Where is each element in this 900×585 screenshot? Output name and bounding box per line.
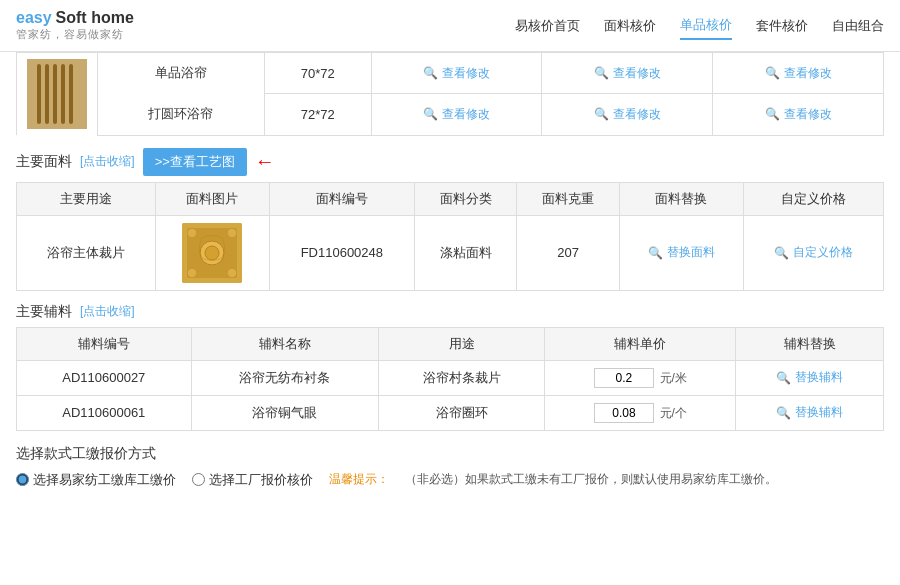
main-fabric-header: 主要面料 [点击收缩] >>查看工艺图 ←	[16, 148, 884, 176]
view-edit-link-2a[interactable]: 🔍 查看修改	[382, 106, 532, 123]
col-fabric-code: 面料编号	[269, 182, 414, 215]
aux-name-1: 浴帘无纺布衬条	[191, 360, 379, 395]
aux-fabric-title: 主要辅料	[16, 303, 72, 321]
aux-col-price: 辅料单价	[545, 327, 736, 360]
nav-suite-price[interactable]: 套件核价	[756, 13, 808, 39]
aux-col-name: 辅料名称	[191, 327, 379, 360]
aux-name-2: 浴帘铜气眼	[191, 395, 379, 430]
spec-row2-action1[interactable]: 🔍 查看修改	[371, 94, 542, 135]
spec-row2-action3[interactable]: 🔍 查看修改	[713, 94, 884, 135]
header: easy Soft home 管家纺，容易做家纺 易核价首页 面料核价 单品核价…	[0, 0, 900, 52]
col-fabric-replace: 面料替换	[619, 182, 743, 215]
main-fabric-collapse[interactable]: [点击收缩]	[80, 153, 135, 170]
main-fabric-table: 主要用途 面料图片 面料编号 面料分类 面料克重 面料替换 自定义价格 浴帘主体…	[16, 182, 884, 291]
aux-code-1: AD110600027	[17, 360, 192, 395]
main-nav: 易核价首页 面料核价 单品核价 套件核价 自由组合	[515, 12, 884, 40]
spec-row1-action1[interactable]: 🔍 查看修改	[371, 53, 542, 94]
warning-label: 温馨提示：	[329, 471, 389, 488]
nav-free-combo[interactable]: 自由组合	[832, 13, 884, 39]
pricing-option-1[interactable]: 选择易家纺工缴库工缴价	[16, 471, 176, 489]
fabric-weight: 207	[517, 215, 620, 290]
aux-price-2[interactable]: 元/个	[545, 395, 736, 430]
product-image	[27, 59, 87, 129]
search-icon-2a: 🔍	[423, 107, 438, 121]
craft-diagram-button[interactable]: >>查看工艺图	[143, 148, 247, 176]
pricing-option1-label: 选择易家纺工缴库工缴价	[33, 471, 176, 489]
aux-price-input-1[interactable]	[594, 368, 654, 388]
svg-rect-5	[69, 64, 73, 124]
fabric-replace-link[interactable]: 🔍 替换面料	[630, 244, 733, 261]
aux-col-usage: 用途	[379, 327, 545, 360]
aux-replace-link-1[interactable]: 🔍 替换辅料	[746, 369, 873, 386]
nav-fabric-price[interactable]: 面料核价	[604, 13, 656, 39]
red-arrow-icon: ←	[255, 150, 275, 173]
product-table: 单品浴帘 70*72 🔍 查看修改 🔍 查看修改	[16, 52, 884, 136]
svg-point-12	[188, 269, 196, 277]
col-fabric-weight: 面料克重	[517, 182, 620, 215]
spec-row1-category: 单品浴帘	[98, 53, 265, 94]
col-fabric-img: 面料图片	[156, 182, 270, 215]
aux-replace-link-2[interactable]: 🔍 替换辅料	[746, 404, 873, 421]
view-edit-link-1a[interactable]: 🔍 查看修改	[382, 65, 532, 82]
product-name-cell: 打圆环浴帘	[98, 94, 265, 135]
logo-easy: easy	[16, 9, 52, 27]
view-edit-link-1b[interactable]: 🔍 查看修改	[552, 65, 702, 82]
search-icon-2c: 🔍	[765, 107, 780, 121]
aux-price-input-2[interactable]	[594, 403, 654, 423]
view-edit-link-2b[interactable]: 🔍 查看修改	[552, 106, 702, 123]
spec-row1-action2[interactable]: 🔍 查看修改	[542, 53, 713, 94]
svg-rect-1	[37, 64, 41, 124]
logo-sub: 管家纺，容易做家纺	[16, 27, 134, 42]
view-edit-link-1c[interactable]: 🔍 查看修改	[723, 65, 873, 82]
spec-row1-action3[interactable]: 🔍 查看修改	[713, 53, 884, 94]
aux-unit-1: 元/米	[660, 370, 687, 387]
replace-search-icon: 🔍	[648, 246, 663, 260]
search-icon-1b: 🔍	[594, 66, 609, 80]
aux-fabric-row-2: AD110600061 浴帘铜气眼 浴帘圈环 元/个 🔍 替换辅料	[17, 395, 884, 430]
aux-price-1[interactable]: 元/米	[545, 360, 736, 395]
spec-row2-action2[interactable]: 🔍 查看修改	[542, 94, 713, 135]
pricing-radio-2[interactable]	[192, 473, 205, 486]
fabric-image-cell	[156, 215, 270, 290]
spec-row2-size: 72*72	[264, 94, 371, 135]
custom-price-link[interactable]: 🔍 自定义价格	[754, 244, 873, 261]
view-edit-link-2c[interactable]: 🔍 查看修改	[723, 106, 873, 123]
nav-single-price[interactable]: 单品核价	[680, 12, 732, 40]
aux-replace-2[interactable]: 🔍 替换辅料	[736, 395, 884, 430]
product-name: 打圆环浴帘	[148, 106, 213, 121]
svg-rect-2	[45, 64, 49, 124]
svg-rect-4	[61, 64, 65, 124]
pricing-option2-label: 选择工厂报价核价	[209, 471, 313, 489]
main-fabric-title: 主要面料	[16, 153, 72, 171]
aux-replace-1[interactable]: 🔍 替换辅料	[736, 360, 884, 395]
aux-code-2: AD110600061	[17, 395, 192, 430]
aux-replace-icon-1: 🔍	[776, 371, 791, 385]
fabric-code: FD110600248	[269, 215, 414, 290]
aux-unit-2: 元/个	[660, 405, 687, 422]
pricing-option-2[interactable]: 选择工厂报价核价	[192, 471, 313, 489]
aux-fabric-header: 主要辅料 [点击收缩]	[16, 303, 884, 321]
svg-point-13	[228, 269, 236, 277]
aux-replace-icon-2: 🔍	[776, 406, 791, 420]
pricing-title: 选择款式工缴报价方式	[16, 445, 884, 463]
search-icon-1a: 🔍	[423, 66, 438, 80]
category-label: 单品浴帘	[155, 65, 207, 80]
aux-fabric-collapse[interactable]: [点击收缩]	[80, 303, 135, 320]
aux-fabric-table: 辅料编号 辅料名称 用途 辅料单价 辅料替换 AD110600027 浴帘无纺布…	[16, 327, 884, 431]
fabric-replace-cell[interactable]: 🔍 替换面料	[619, 215, 743, 290]
warning-hint: （非必选）如果款式工缴未有工厂报价，则默认使用易家纺库工缴价。	[405, 471, 777, 488]
craft-btn-label: >>查看工艺图	[155, 153, 235, 171]
aux-col-code: 辅料编号	[17, 327, 192, 360]
main-fabric-row: 浴帘主体裁片	[17, 215, 884, 290]
fabric-usage: 浴帘主体裁片	[17, 215, 156, 290]
fabric-image	[182, 223, 242, 283]
col-fabric-category: 面料分类	[414, 182, 517, 215]
pricing-options: 选择易家纺工缴库工缴价 选择工厂报价核价 温馨提示： （非必选）如果款式工缴未有…	[16, 471, 884, 489]
nav-home[interactable]: 易核价首页	[515, 13, 580, 39]
aux-usage-1: 浴帘村条裁片	[379, 360, 545, 395]
fabric-category: 涤粘面料	[414, 215, 517, 290]
size-label-2: 72*72	[301, 107, 335, 122]
custom-price-cell[interactable]: 🔍 自定义价格	[743, 215, 883, 290]
pricing-radio-1[interactable]	[16, 473, 29, 486]
svg-point-11	[228, 229, 236, 237]
